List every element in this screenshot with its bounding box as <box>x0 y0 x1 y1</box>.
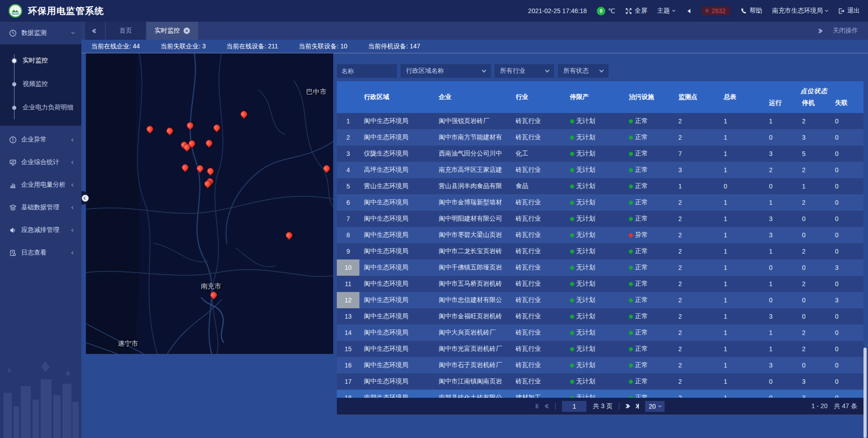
enterprise-table: 行政区域 企业 行业 停限产 治污设施 监测点 总表 点位状态 运行 停机 <box>337 81 863 398</box>
city-label: 遂宁市 <box>118 339 138 348</box>
first-page-button[interactable] <box>536 404 540 409</box>
table-row[interactable]: 9 阆中生态环境局 阆中市二龙长宝页岩砖 砖瓦行业 无计划 正常 2 1 1 2… <box>337 243 863 259</box>
stat-item: 当前在线设备: 211 <box>226 42 278 51</box>
status-dot-green <box>570 282 574 286</box>
status-filter-select[interactable]: 所有状态 <box>558 64 609 78</box>
table-row[interactable]: 10 阆中生态环境局 阆中千佛镇五郎垭页岩 砖瓦行业 无计划 正常 2 1 0 … <box>337 259 863 276</box>
table-row[interactable]: 4 高坪生态环境局 南充市高坪区王家店建 砖瓦行业 无计划 正常 3 1 2 2… <box>337 162 863 178</box>
industry-filter-select[interactable]: 所有行业 <box>495 64 554 78</box>
chevron-left-icon <box>71 206 75 209</box>
alert-icon <box>9 136 17 144</box>
table-row[interactable]: 14 阆中生态环境局 阆中大兴页岩机砖厂 砖瓦行业 无计划 正常 2 1 1 2… <box>337 325 863 341</box>
scrollbar-thumb[interactable] <box>863 348 867 438</box>
table-row[interactable]: 12 阆中生态环境局 阆中市忠信建材有限公 砖瓦行业 无计划 正常 2 1 0 … <box>337 292 863 308</box>
stats-bar: 当前在线企业: 44当前失联企业: 3当前在线设备: 211当前失联设备: 10… <box>81 40 868 53</box>
row-index: 13 <box>337 308 359 325</box>
column-points: 监测点 <box>674 81 719 113</box>
help-button[interactable]: 帮助 <box>740 7 762 15</box>
sidebar-item[interactable]: 日志查看 <box>0 241 81 264</box>
page-number-input[interactable] <box>562 401 586 412</box>
sidebar-item[interactable]: 企业用电量分析 <box>0 174 81 196</box>
table-row[interactable]: 16 阆中生态环境局 阆中市石子页岩机砖厂 砖瓦行业 无计划 正常 2 1 3 … <box>337 357 863 373</box>
tab-实时监控[interactable]: 实时监控 <box>146 22 198 40</box>
row-index: 10 <box>337 259 359 276</box>
table-row[interactable]: 3 仪陇生态环境局 西南油气田分公司川中 化工 无计划 正常 7 1 3 5 0 <box>337 146 863 162</box>
column-region: 行政区域 <box>359 81 434 113</box>
chevron-down-icon <box>482 68 486 73</box>
sidebar-subitem[interactable]: 实时监控 <box>0 49 81 72</box>
status-dot-green <box>570 152 574 156</box>
table-row[interactable]: 11 阆中生态环境局 阆中市五马桥页岩机砖 砖瓦行业 无计划 正常 2 1 1 … <box>337 276 863 292</box>
chevron-left-icon <box>71 183 75 186</box>
tab-首页[interactable]: 首页 <box>106 22 146 40</box>
row-index: 3 <box>337 146 359 162</box>
temperature-badge: 0 <box>597 7 605 15</box>
status-dot-red <box>629 233 633 237</box>
notification-badge[interactable]: 2632 <box>702 6 730 15</box>
logout-button[interactable]: 退出 <box>838 7 860 15</box>
name-filter-input[interactable] <box>337 64 397 78</box>
status-dot-green <box>629 363 633 367</box>
layers-icon <box>9 204 17 212</box>
table-row[interactable]: 1 阆中生态环境局 阆中强锐页岩砖厂 砖瓦行业 无计划 正常 2 1 1 2 0 <box>337 113 863 129</box>
status-dot-green <box>629 201 633 205</box>
table-row[interactable]: 17 阆中生态环境局 阆中市江南镇阆南页岩 砖瓦行业 无计划 正常 2 1 0 … <box>337 373 863 390</box>
table-row[interactable]: 6 阆中生态环境局 阆中市金博瑞新型墙材 砖瓦行业 无计划 正常 2 1 1 2… <box>337 194 863 211</box>
row-index: 6 <box>337 194 359 211</box>
fullscreen-button[interactable]: 全屏 <box>625 7 647 15</box>
chevron-left-icon <box>71 228 75 231</box>
table-row[interactable]: 2 阆中生态环境局 阆中市南方节能建材有 砖瓦行业 无计划 正常 2 1 0 3… <box>337 129 863 146</box>
org-dropdown[interactable]: 南充市生态环境局 <box>772 7 828 15</box>
chevron-down-icon <box>672 9 675 12</box>
sidebar-subitem[interactable]: 视频监控 <box>0 72 81 96</box>
map[interactable]: 巴中市南充市遂宁市 <box>86 53 333 354</box>
last-page-button[interactable] <box>635 404 639 409</box>
row-index: 17 <box>337 373 359 390</box>
close-tab-icon[interactable] <box>184 28 190 34</box>
table-header: 行政区域 企业 行业 停限产 治污设施 监测点 总表 点位状态 运行 停机 <box>337 81 863 113</box>
chevron-down-icon <box>658 404 661 407</box>
sidebar-item[interactable]: 数据监测 <box>0 22 81 44</box>
bell-icon <box>704 8 710 14</box>
theme-dropdown[interactable]: 主题 <box>657 7 675 15</box>
row-index: 9 <box>337 243 359 259</box>
table-row[interactable]: 7 阆中生态环境局 阆中明阳建材有限公司 砖瓦行业 无计划 正常 2 1 3 0… <box>337 211 863 227</box>
total-pages-label: 共 3 页 <box>593 402 613 410</box>
column-index <box>337 81 359 113</box>
app-header: 环保用电监管系统 2021-02-25 17:46:18 0 ℃ 全屏 主题 2… <box>0 0 868 22</box>
sidebar-item[interactable]: 基础数据管理 <box>0 196 81 219</box>
sidebar-menu: 数据监测 实时监控 视频监控 企业电力负荷明细 企业异常 企业综合统计 企业用电… <box>0 22 81 264</box>
close-operations-button[interactable]: 关闭操作 <box>833 27 858 35</box>
sidebar-item[interactable]: 企业异常 <box>0 128 81 151</box>
row-index: 11 <box>337 276 359 292</box>
table-row[interactable]: 15 阆中生态环境局 阆中市光富页岩机砖厂 砖瓦行业 无计划 正常 2 1 1 … <box>337 341 863 357</box>
status-dot-green <box>629 331 633 335</box>
sidebar-item[interactable]: 企业综合统计 <box>0 151 81 174</box>
sidebar-item[interactable]: 应急减排管理 <box>0 219 81 241</box>
table-row[interactable]: 8 阆中生态环境局 阆中市枣碧大梁山页岩 砖瓦行业 无计划 异常 2 1 3 0… <box>337 227 863 243</box>
region-filter-select[interactable]: 行政区域名称 <box>401 64 491 78</box>
sidebar-subitem[interactable]: 企业电力负荷明细 <box>0 96 81 119</box>
row-index: 4 <box>337 162 359 178</box>
table-row[interactable]: 13 阆中生态环境局 阆中市金福旺页岩机砖 砖瓦行业 无计划 正常 2 1 3 … <box>337 308 863 325</box>
map-roads <box>86 53 333 354</box>
tabs-scroll-left-button[interactable] <box>85 22 105 40</box>
chevron-down-icon <box>599 68 604 73</box>
row-index: 12 <box>337 292 359 308</box>
next-page-button[interactable] <box>626 405 628 408</box>
status-dot-green <box>570 250 574 254</box>
temperature: 0 ℃ <box>597 7 615 15</box>
prev-page-button[interactable] <box>546 405 549 408</box>
mute-button[interactable] <box>685 8 692 14</box>
fullscreen-icon <box>625 8 632 14</box>
table-row[interactable]: 5 营山生态环境局 营山县润丰肉食品有限 食品 无计划 正常 1 0 0 1 0 <box>337 178 863 194</box>
page-title: 环保用电监管系统 <box>28 5 104 17</box>
status-dot-green <box>570 347 574 351</box>
tabs-scroll-right-button[interactable] <box>818 29 821 33</box>
table-row[interactable]: 18 南部生态环境局 南部县砖化土砖有限公 建材加工 无计划 正常 2 1 0 … <box>337 390 863 398</box>
bullet-icon <box>12 59 16 63</box>
chart-icon <box>9 181 17 189</box>
page-size-select[interactable]: 20 <box>645 401 665 412</box>
column-industry: 行业 <box>511 81 566 113</box>
chevron-down-icon <box>545 68 550 73</box>
